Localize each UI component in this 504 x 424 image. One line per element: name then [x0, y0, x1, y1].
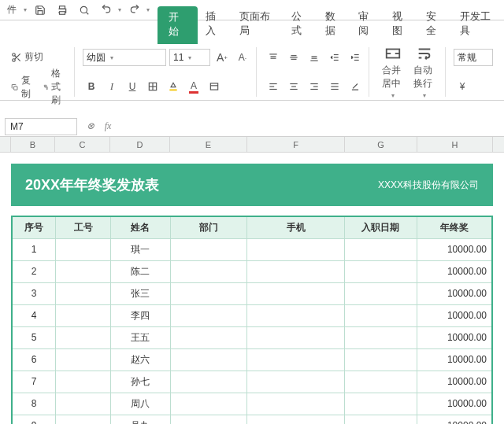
th-phone[interactable]: 手机: [247, 216, 345, 238]
cell-name[interactable]: 张三: [111, 282, 171, 304]
undo-icon[interactable]: [98, 2, 115, 19]
font-color-icon[interactable]: A: [185, 78, 202, 95]
align-right-icon[interactable]: [306, 78, 323, 95]
cell-id[interactable]: [56, 371, 111, 393]
table-row[interactable]: 7孙七10000.00: [12, 371, 492, 393]
decrease-font-icon[interactable]: A-: [234, 49, 251, 66]
cell-seq[interactable]: 7: [12, 371, 56, 393]
cell-id[interactable]: [56, 238, 111, 260]
cell-hire[interactable]: [344, 393, 417, 415]
cell-id[interactable]: [56, 393, 111, 415]
cell-id[interactable]: [56, 326, 111, 348]
cut-button[interactable]: 剪切: [8, 49, 69, 65]
tab-review[interactable]: 审阅: [350, 5, 384, 44]
underline-icon[interactable]: U: [124, 78, 141, 95]
size-select[interactable]: 11▾: [169, 49, 210, 66]
cell-hire[interactable]: [344, 348, 417, 371]
align-left-icon[interactable]: [265, 78, 282, 95]
cell-hire[interactable]: [344, 371, 417, 393]
save-icon[interactable]: [32, 2, 49, 19]
th-seq[interactable]: 序号: [12, 216, 56, 238]
table-row[interactable]: 9吴九10000.00: [12, 415, 492, 424]
th-name[interactable]: 姓名: [111, 216, 171, 238]
table-row[interactable]: 1琪一10000.00: [12, 238, 492, 260]
cell-name[interactable]: 李四: [111, 304, 171, 326]
cell-dept[interactable]: [170, 393, 247, 415]
cell-bonus[interactable]: 10000.00: [417, 393, 492, 415]
cell-dept[interactable]: [170, 348, 247, 371]
cell-seq[interactable]: 2: [12, 260, 56, 282]
th-id[interactable]: 工号: [56, 216, 111, 238]
merge-center-button[interactable]: 合并居中▾: [377, 43, 409, 101]
align-middle-icon[interactable]: [285, 49, 302, 66]
cell-name[interactable]: 赵六: [111, 348, 171, 371]
align-bottom-icon[interactable]: [306, 49, 323, 66]
cell-hire[interactable]: [344, 415, 417, 424]
fill-color-icon[interactable]: [165, 78, 182, 95]
table-row[interactable]: 3张三10000.00: [12, 282, 492, 304]
bold-icon[interactable]: B: [83, 78, 100, 95]
cell-name[interactable]: 周八: [111, 393, 171, 415]
col-header-d[interactable]: D: [110, 137, 170, 152]
th-bonus[interactable]: 年终奖: [417, 216, 492, 238]
tab-view[interactable]: 视图: [384, 5, 418, 44]
cell-id[interactable]: [56, 260, 111, 282]
col-header-h[interactable]: H: [417, 137, 493, 152]
cell-name[interactable]: 陈二: [111, 260, 171, 282]
print-icon[interactable]: [54, 2, 71, 19]
tab-layout[interactable]: 页面布局: [232, 5, 284, 44]
col-header-b[interactable]: B: [11, 137, 55, 152]
col-header-c[interactable]: C: [55, 137, 110, 152]
cell-phone[interactable]: [247, 371, 345, 393]
th-dept[interactable]: 部门: [170, 216, 247, 238]
cell-id[interactable]: [56, 415, 111, 424]
col-header-e[interactable]: E: [170, 137, 247, 152]
preview-icon[interactable]: [76, 2, 93, 19]
align-top-icon[interactable]: [265, 49, 282, 66]
tab-dev[interactable]: 开发工具: [452, 5, 504, 44]
cell-phone[interactable]: [247, 238, 345, 260]
cell-bonus[interactable]: 10000.00: [417, 282, 492, 304]
align-center-icon[interactable]: [285, 78, 302, 95]
cell-dept[interactable]: [170, 415, 247, 424]
indent-decrease-icon[interactable]: [326, 49, 343, 66]
cell-dept[interactable]: [170, 304, 247, 326]
cell-dept[interactable]: [170, 282, 247, 304]
cell-bonus[interactable]: 10000.00: [417, 371, 492, 393]
cell-id[interactable]: [56, 282, 111, 304]
table-row[interactable]: 4李四10000.00: [12, 304, 492, 326]
table-row[interactable]: 8周八10000.00: [12, 393, 492, 415]
table-row[interactable]: 6赵六10000.00: [12, 348, 492, 371]
cell-seq[interactable]: 8: [12, 393, 56, 415]
table-row[interactable]: 5王五10000.00: [12, 326, 492, 348]
cell-seq[interactable]: 4: [12, 304, 56, 326]
tab-safe[interactable]: 安全: [418, 5, 452, 44]
cell-hire[interactable]: [344, 260, 417, 282]
cell-phone[interactable]: [247, 282, 345, 304]
cell-id[interactable]: [56, 348, 111, 371]
cell-dept[interactable]: [170, 326, 247, 348]
tab-start[interactable]: 开始: [158, 6, 198, 44]
fx-label-icon[interactable]: fx: [99, 120, 117, 132]
cell-seq[interactable]: 5: [12, 326, 56, 348]
table-row[interactable]: 2陈二10000.00: [12, 260, 492, 282]
tab-insert[interactable]: 插入: [198, 5, 232, 44]
cell-hire[interactable]: [344, 326, 417, 348]
sheet-area[interactable]: 20XX年年终奖发放表 XXXX科技股份有限公司 序号 工号 姓名 部门 手机 …: [0, 153, 504, 424]
cell-name[interactable]: 吴九: [111, 415, 171, 424]
tab-formula[interactable]: 公式: [284, 5, 317, 44]
cell-name[interactable]: 琪一: [111, 238, 171, 260]
increase-font-icon[interactable]: A+: [213, 49, 231, 66]
orientation-icon[interactable]: [346, 78, 364, 95]
cell-phone[interactable]: [247, 393, 345, 415]
cell-hire[interactable]: [344, 282, 417, 304]
file-dropdown[interactable]: 件: [3, 2, 20, 19]
cell-bonus[interactable]: 10000.00: [417, 304, 492, 326]
indent-increase-icon[interactable]: [346, 49, 364, 66]
number-format-select[interactable]: 常规: [454, 49, 493, 66]
redo-icon[interactable]: [126, 2, 143, 19]
cell-bonus[interactable]: 10000.00: [417, 348, 492, 371]
wrap-text-button[interactable]: 自动换行▾: [409, 43, 440, 101]
cell-phone[interactable]: [247, 304, 345, 326]
cell-seq[interactable]: 6: [12, 348, 56, 371]
